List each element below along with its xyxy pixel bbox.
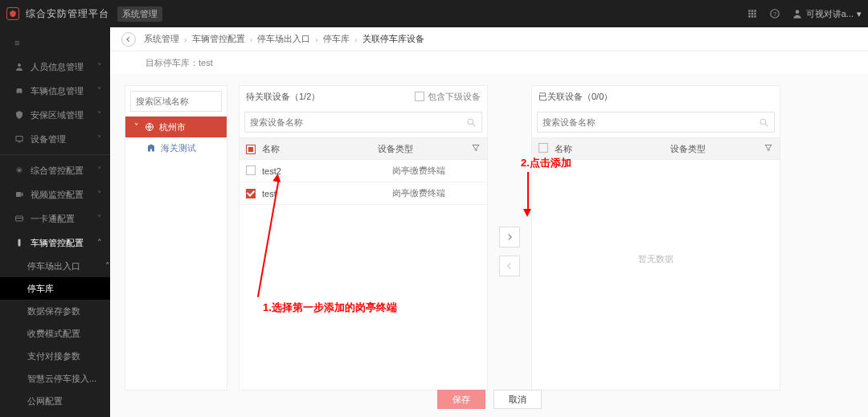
pending-search[interactable] <box>244 112 482 133</box>
topbar-right: ? 可视对讲a... ▾ <box>747 8 862 20</box>
sidebar-sub-dataparam[interactable]: 数据保存参数 <box>0 300 110 322</box>
back-button[interactable] <box>121 32 136 47</box>
row-type: 岗亭缴费终端 <box>392 165 481 177</box>
sidebar-sub-label: 智慧云停车接入... <box>27 373 96 385</box>
tree-node-label: 杭州市 <box>159 121 186 133</box>
main: 系统管理› 车辆管控配置› 停车场出入口› 停车库› 关联停车库设备 目标停车库… <box>110 27 868 417</box>
shield-icon <box>14 110 24 120</box>
crumb-item[interactable]: 停车场出入口 <box>257 33 310 45</box>
chevron-down-icon: ˅ <box>133 122 140 133</box>
sidebar-item-security[interactable]: 安保区域管理˅ <box>0 103 110 127</box>
row-checkbox[interactable] <box>246 166 256 175</box>
sidebar-sub-label: 收费模式配置 <box>27 328 80 340</box>
crumb-item[interactable]: 车辆管控配置 <box>192 33 245 45</box>
chevron-right-icon <box>506 233 514 241</box>
sidebar-label: 人员信息管理 <box>31 61 84 73</box>
sidebar-sub-label: 公网配置 <box>27 395 63 407</box>
chevron-down-icon: ˅ <box>97 134 102 145</box>
sidebar-item-findcar[interactable]: 寻车诱导˅ <box>0 412 110 417</box>
pending-title: 待关联设备（1/2） <box>246 91 320 103</box>
pending-search-input[interactable] <box>250 117 466 127</box>
table-row[interactable]: test2 岗亭缴费终端 <box>240 160 487 182</box>
annotation-arrow-2 <box>527 172 529 211</box>
add-button[interactable] <box>499 227 520 247</box>
tree-node-root[interactable]: ˅ 杭州市 <box>125 117 227 137</box>
select-all-checkbox[interactable] <box>538 143 548 153</box>
chevron-down-icon: ˅ <box>97 62 102 72</box>
svg-point-3 <box>18 63 21 67</box>
grid-icon[interactable] <box>747 8 758 19</box>
linked-search[interactable] <box>537 112 775 133</box>
pending-table-header: 名称 设备类型 <box>240 137 487 160</box>
help-icon[interactable]: ? <box>769 8 780 19</box>
linked-title: 已关联设备（0/0） <box>538 91 612 103</box>
region-tree-panel: ˅ 杭州市 海关测试 <box>125 85 227 390</box>
sidebar-sub-entrance[interactable]: 停车场出入口˄ <box>0 255 110 277</box>
chevron-down-icon: ˅ <box>97 166 102 176</box>
linked-search-input[interactable] <box>542 117 759 127</box>
sidebar-item-personnel[interactable]: 人员信息管理˅ <box>0 55 110 79</box>
sidebar-sub-label: 停车场出入口 <box>27 260 80 272</box>
svg-line-16 <box>765 124 768 126</box>
sidebar-item-device[interactable]: 设备管理˅ <box>0 127 110 151</box>
svg-text:?: ? <box>773 10 776 18</box>
sidebar-sub-payparam[interactable]: 支付对接参数 <box>0 345 110 367</box>
sidebar-toggle[interactable]: ≡ <box>0 31 110 55</box>
crumb-item[interactable]: 系统管理 <box>144 33 179 45</box>
sidebar-sub-garage[interactable]: 停车库 <box>0 277 110 300</box>
sidebar-sub-pubnet[interactable]: 公网配置 <box>0 390 110 412</box>
target-label: 目标停车库： <box>145 57 199 69</box>
chevron-down-icon: ˅ <box>97 86 102 96</box>
row-checkbox[interactable] <box>246 189 256 198</box>
target-info: 目标停车库： test <box>110 51 868 74</box>
chevron-down-icon: ▾ <box>857 9 862 19</box>
annotation-arrowhead-2 <box>523 209 531 217</box>
tree-node-child[interactable]: 海关测试 <box>125 137 227 158</box>
chevron-down-icon: ˅ <box>97 110 102 121</box>
app-title: 综合安防管理平台 <box>26 7 109 21</box>
person-icon <box>14 62 24 72</box>
sidebar-item-vehicle[interactable]: 车辆信息管理˅ <box>0 79 110 103</box>
svg-rect-4 <box>16 137 23 141</box>
save-button[interactable]: 保存 <box>437 390 485 409</box>
sidebar-sub-feemode[interactable]: 收费模式配置 <box>0 322 110 345</box>
sidebar-label: 车辆管控配置 <box>31 237 84 249</box>
select-all-checkbox[interactable] <box>246 145 256 154</box>
table-row[interactable]: test 岗亭缴费终端 <box>240 182 487 205</box>
user-menu[interactable]: 可视对讲a... ▾ <box>792 8 862 20</box>
col-name: 名称 <box>555 143 670 155</box>
user-icon <box>792 8 803 19</box>
include-sub-toggle[interactable]: 包含下级设备 <box>415 91 481 103</box>
region-search[interactable] <box>130 91 222 112</box>
svg-rect-9 <box>18 239 21 247</box>
sidebar-item-integrated[interactable]: 综合管控配置˅ <box>0 158 110 182</box>
content-area: ˅ 杭州市 海关测试 待关联设备（1/2） 包含下级设备 <box>110 74 868 417</box>
sidebar-label: 综合管控配置 <box>31 165 84 177</box>
sidebar-sub-cloudpark[interactable]: 智慧云停车接入... <box>0 367 110 390</box>
arrow-left-icon <box>125 35 133 43</box>
row-name: test <box>262 189 392 198</box>
include-sub-label: 包含下级设备 <box>428 91 481 103</box>
region-search-input[interactable] <box>136 96 227 106</box>
no-data-text: 暂无数据 <box>532 253 780 265</box>
sidebar-item-vehicle-ctrl[interactable]: 车辆管控配置˄ <box>0 231 110 255</box>
sidebar-item-video[interactable]: 视频监控配置˅ <box>0 182 110 206</box>
svg-rect-8 <box>16 218 23 219</box>
cancel-button[interactable]: 取消 <box>493 390 542 409</box>
user-name: 可视对讲a... <box>806 8 854 20</box>
search-icon <box>759 117 769 128</box>
sidebar-item-card[interactable]: 一卡通配置˅ <box>0 206 110 231</box>
app-logo-icon <box>6 7 19 20</box>
crumb-item[interactable]: 停车库 <box>323 33 350 45</box>
filter-icon[interactable] <box>471 143 481 153</box>
pending-devices-panel: 待关联设备（1/2） 包含下级设备 名称 设备类型 <box>239 85 488 390</box>
remove-button[interactable] <box>499 256 520 276</box>
sidebar: ≡ 人员信息管理˅ 车辆信息管理˅ 安保区域管理˅ 设备管理˅ 综合管控配置˅ … <box>0 27 110 417</box>
camera-icon <box>14 190 24 199</box>
linked-devices-panel: 已关联设备（0/0） 名称 设备类型 暂无数据 <box>531 85 780 390</box>
pending-title-row: 待关联设备（1/2） 包含下级设备 <box>240 86 487 107</box>
car-icon <box>14 86 24 96</box>
topbar-module-tag[interactable]: 系统管理 <box>117 6 162 22</box>
topbar: 综合安防管理平台 系统管理 ? 可视对讲a... ▾ <box>0 0 868 27</box>
filter-icon[interactable] <box>764 143 773 153</box>
